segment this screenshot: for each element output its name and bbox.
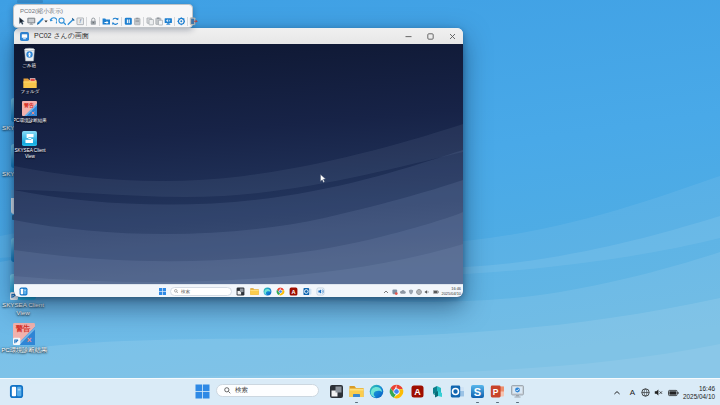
toolbar-separator <box>143 17 144 26</box>
remote-icon-label: PC環境診断結果 <box>14 118 55 124</box>
taskbar-icon-skysea[interactable]: S <box>470 384 485 399</box>
widgets-icon[interactable] <box>9 384 24 399</box>
paste-tool[interactable] <box>155 17 164 26</box>
folder-icon <box>23 77 37 89</box>
start-button[interactable] <box>195 384 210 399</box>
taskbar-icon-explorer[interactable] <box>349 384 364 399</box>
maximize-icon <box>427 33 434 40</box>
tray-globe-icon[interactable] <box>416 289 422 295</box>
svg-text:警告: 警告 <box>15 324 31 333</box>
monitor-view-tool[interactable] <box>27 17 36 26</box>
pointer-pen-tool[interactable] <box>67 17 76 26</box>
taskbar-icon-speaker-app[interactable] <box>316 287 325 296</box>
warning-report-icon: 警告 × <box>13 323 35 345</box>
desktop-icon-pc-diagnosis[interactable]: 警告 × PC環境診断結果 <box>13 323 35 349</box>
remote-taskbar[interactable]: 検索 <box>14 284 463 297</box>
volume-muted-icon[interactable] <box>654 388 664 397</box>
remote-clock[interactable]: 16:46 2025/04/10 <box>442 287 461 296</box>
system-tray[interactable]: A 16:46 2025/04/10 <box>613 379 720 405</box>
select-cursor-tool[interactable] <box>18 17 27 26</box>
toolbar-separator <box>187 17 188 26</box>
taskbar-icon-teal-app[interactable] <box>430 384 445 399</box>
tray-speaker-icon[interactable] <box>424 289 430 295</box>
remote-wallpaper <box>14 44 463 297</box>
clock-time: 16:46 <box>683 385 715 393</box>
file-transfer-tool[interactable] <box>102 17 111 26</box>
taskbar-icon-explorer[interactable] <box>250 287 259 296</box>
svg-text:×: × <box>27 336 32 345</box>
settings-tool[interactable] <box>177 17 186 26</box>
maximize-button[interactable] <box>419 28 441 44</box>
remote-control-toolbar[interactable]: PC02(縮小表示) f <box>13 4 193 28</box>
taskbar-icon-powerpoint[interactable]: P <box>490 384 505 399</box>
remote-icon-label: SKYSEA Client View <box>14 148 55 159</box>
network-globe-icon[interactable] <box>641 388 650 397</box>
remote-icon-label: フォルダ <box>14 89 55 95</box>
remote-icon-pc-diagnosis[interactable]: 警告 PC環境診断結果 <box>22 101 37 120</box>
zoom-tool[interactable] <box>58 17 67 26</box>
remote-search-box[interactable]: 検索 <box>170 287 232 296</box>
exit-tool[interactable] <box>189 17 198 26</box>
toolbar-separator <box>121 17 122 26</box>
remote-desktop-window[interactable]: PC02 さんの画面 <box>14 28 463 297</box>
copy-tool[interactable] <box>146 17 155 26</box>
svg-text:警告: 警告 <box>23 102 34 109</box>
refresh-tool[interactable] <box>111 17 120 26</box>
running-indicator <box>516 402 519 404</box>
taskbar-icon-edge[interactable] <box>263 287 272 296</box>
remote-icon-folder[interactable]: フォルダ <box>23 75 37 93</box>
toolbar-separator <box>174 17 175 26</box>
window-titlebar[interactable]: PC02 さんの画面 <box>14 28 463 44</box>
remote-system-tray[interactable]: 16:46 2025/04/10 <box>381 285 462 297</box>
desktop-icon-label: SKYSEA Client View <box>0 301 58 317</box>
taskbar-icon-acrobat[interactable]: A <box>289 287 298 296</box>
chevron-up-icon[interactable] <box>613 389 621 397</box>
widgets-icon[interactable] <box>19 287 28 296</box>
screen-sync-tool[interactable] <box>164 17 173 26</box>
search-label: 検索 <box>235 386 248 395</box>
chevron-up-icon[interactable] <box>383 289 389 295</box>
close-icon <box>449 33 456 40</box>
remote-search-label: 検索 <box>181 289 190 294</box>
taskbar-icon-edge[interactable] <box>369 384 384 399</box>
search-icon <box>224 387 231 394</box>
running-indicator <box>496 402 499 404</box>
taskbar-icon-dark-app[interactable] <box>236 287 245 296</box>
tray-shield-icon[interactable] <box>408 289 414 295</box>
host-taskbar[interactable]: 検索 A <box>0 378 720 405</box>
remote-icon-skysea[interactable]: SKYSEA Client View <box>22 131 37 150</box>
taskbar-icon-acrobat[interactable]: A <box>410 384 425 399</box>
taskbar-icon-remote-monitor[interactable] <box>510 384 525 399</box>
close-button[interactable] <box>441 28 463 44</box>
start-button[interactable] <box>159 288 166 295</box>
taskbar-icon-chrome[interactable] <box>389 384 404 399</box>
remote-screen[interactable]: ごみ箱 フォルダ <box>14 44 463 297</box>
remote-icon-recycle-bin[interactable]: ごみ箱 <box>23 47 36 66</box>
mouse-cursor <box>320 174 326 183</box>
pause-tool[interactable] <box>124 17 133 26</box>
battery-icon[interactable] <box>668 389 679 397</box>
svg-text:A: A <box>414 387 421 397</box>
ime-indicator[interactable]: A <box>630 388 635 397</box>
toolbar-separator <box>86 17 87 26</box>
frame-capture-tool[interactable]: f <box>76 17 85 26</box>
clipboard-tool[interactable] <box>133 17 142 26</box>
taskbar-icon-dark-app[interactable] <box>329 384 344 399</box>
clock-date: 2025/04/10 <box>683 393 715 401</box>
running-indicator <box>476 402 479 404</box>
taskbar-icon-outlook[interactable] <box>450 384 465 399</box>
tray-cloud-icon[interactable] <box>400 289 406 295</box>
undo-tool[interactable] <box>49 17 58 26</box>
search-box[interactable]: 検索 <box>216 384 319 397</box>
recycle-bin-icon <box>23 47 36 62</box>
taskbar-clock[interactable]: 16:46 2025/04/10 <box>683 385 715 400</box>
taskbar-icon-chrome[interactable] <box>276 287 285 296</box>
tray-notification-icon[interactable] <box>392 289 398 295</box>
lock-tool[interactable] <box>89 17 98 26</box>
taskbar-icon-outlook[interactable] <box>303 287 312 296</box>
tray-battery-icon[interactable] <box>433 289 439 295</box>
remote-icon-label: ごみ箱 <box>14 63 54 69</box>
minimize-icon <box>405 33 412 40</box>
minimize-button[interactable] <box>397 28 419 44</box>
toolbar-separator <box>99 17 100 26</box>
